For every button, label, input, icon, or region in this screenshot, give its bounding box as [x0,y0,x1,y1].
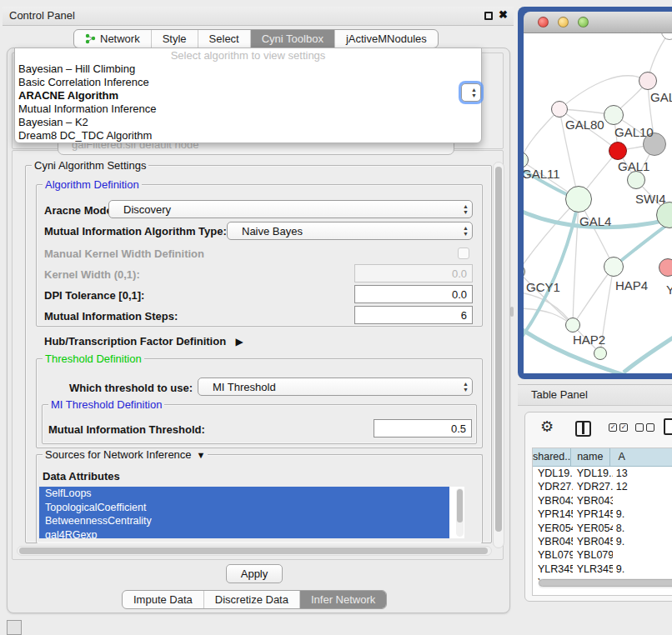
tab-impute-data[interactable]: Impute Data [123,591,203,608]
dropdown-item[interactable]: Bayesian – K2 [15,116,481,129]
which-threshold-combo[interactable]: MI Threshold ▲▼ [198,378,473,396]
dpi-tolerance-field[interactable]: 0.0 [354,285,473,303]
scrollbar-thumb[interactable] [539,579,672,587]
table-cell [613,548,672,562]
attribute-list-item[interactable]: SelfLoops [39,487,449,501]
table-cell: 13 [613,467,672,480]
node-y-cut[interactable] [659,258,672,277]
combo-stepper-icon: ▲▼ [463,381,469,392]
node-gal4[interactable] [565,186,592,212]
node-red-selected[interactable] [609,142,627,160]
network-window-titlebar[interactable] [524,12,672,33]
close-traffic-light-icon[interactable] [538,17,549,28]
columns-icon[interactable] [575,421,591,437]
bottom-tabbar: Impute Data Discretize Data Infer Networ… [122,590,387,609]
attr-list-scrollbar[interactable] [456,488,464,537]
close-icon[interactable]: ✖ [499,8,508,21]
table-cell: YPR145W [533,508,573,521]
node-gal1[interactable] [627,171,645,189]
apply-button[interactable]: Apply [226,564,283,583]
column-header[interactable]: A [610,448,672,467]
dropdown-item[interactable]: ARACNE Algorithm [15,89,481,102]
column-header[interactable]: shared... [533,448,571,467]
data-attributes-label: Data Attributes [43,470,120,482]
node-gal-cut[interactable] [639,72,657,90]
tab-network[interactable]: Network [74,30,151,48]
expanded-arrow-icon[interactable]: ▼ [197,450,206,460]
node-hap2[interactable] [565,318,580,332]
scrollbar-thumb[interactable] [457,489,463,522]
network-canvas[interactable]: GAL GAL80 GAL10 GAL11 GAL1 SWI4 GAL4 GCY… [524,33,672,373]
checked-box-icon: ✓ [609,423,617,432]
aracne-mode-label: Aracne Mode: [44,204,116,217]
float-window-icon[interactable] [484,12,493,20]
scrollbar-thumb[interactable] [19,548,488,554]
attribute-list-item[interactable]: TopologicalCoefficient [39,501,449,515]
dropdown-item[interactable]: Mutual Information Inference [15,102,481,116]
dock-panel-icon[interactable] [7,620,22,635]
node-label: GAL11 [524,167,560,181]
algorithm-combo-stepper[interactable]: ▲▼ [461,83,481,102]
table-row[interactable]: YLR345WYLR345W9. [533,562,672,576]
table-horizontal-scrollbar[interactable] [538,578,672,588]
table-row[interactable]: YBR043CYBR043C [533,494,672,508]
table-cell: YDL19... [573,467,613,480]
panel-splitter-handle[interactable] [510,307,514,317]
mi-steps-field[interactable]: 6 [354,306,473,324]
unchecked-box-icon [646,423,654,432]
deselect-all-checkboxes-icon[interactable] [635,423,654,432]
dpi-tolerance-label: DPI Tolerance [0,1]: [44,289,144,302]
select-all-checkboxes-icon[interactable]: ✓ ✓ [609,423,628,432]
algorithm-dropdown-list: Bayesian – Hill ClimbingBasic Correlatio… [15,62,481,142]
network-view-window[interactable]: GAL GAL80 GAL10 GAL11 GAL1 SWI4 GAL4 GCY… [518,7,672,379]
gear-icon[interactable]: ⚙ [540,418,554,436]
network-icon [85,33,96,44]
manual-kernel-label: Manual Kernel Width Definition [44,248,204,260]
document-icon[interactable] [664,418,672,435]
zoom-traffic-light-icon[interactable] [578,17,589,28]
mi-type-value: Naive Bayes [242,225,303,238]
table-row[interactable]: YER054CYER054C8. [533,522,672,535]
table-row[interactable]: YDL19...YDL19...13 [533,467,672,480]
node-label: Y [666,282,672,297]
hub-definition-toggle[interactable]: Hub/Transcription Factor Definition ▶ [44,333,243,348]
table-cell: YLR345W [573,562,613,576]
table-row[interactable]: YPR145WYPR145W9. [533,508,672,521]
mi-threshold-field[interactable]: 0.5 [374,419,472,438]
manual-kernel-checkbox[interactable] [458,248,469,259]
node-hap4[interactable] [604,257,624,277]
node-unlabeled[interactable] [594,347,607,360]
node-gal80[interactable] [551,101,568,118]
aracne-mode-combo[interactable]: Discovery ▲▼ [108,200,473,218]
table-row[interactable]: YBL079WYBL079W [533,548,672,562]
dropdown-item[interactable]: Basic Correlation Inference [15,76,481,89]
tab-jactivemnodules[interactable]: jActiveMNodules [334,30,438,48]
attribute-list-item[interactable]: gal4RGexp [39,528,449,539]
tab-style[interactable]: Style [151,30,198,48]
tab-select[interactable]: Select [198,30,250,48]
dropdown-item[interactable]: Dream8 DC_TDC Algorithm [15,129,481,142]
node-label: HAP4 [615,278,648,292]
screen: Control Panel ✖ Network Style Select Cyn… [0,0,672,635]
minimize-traffic-light-icon[interactable] [558,17,569,28]
tab-discretize-data[interactable]: Discretize Data [203,591,299,608]
mi-type-combo[interactable]: Naive Bayes ▲▼ [227,222,473,240]
scrollbar-thumb[interactable] [495,167,502,532]
settings-vertical-scrollbar[interactable] [493,162,504,548]
node-gal10[interactable] [604,105,624,125]
node-label: GAL [650,90,672,104]
which-threshold-value: MI Threshold [213,381,276,393]
attribute-list-item[interactable]: BetweennessCentrality [39,514,449,528]
column-header[interactable]: name [571,448,610,467]
sources-title: Sources for Network Inference ▼ [43,448,208,461]
combo-stepper-icon: ▲▼ [463,225,469,237]
tab-cyni-toolbox[interactable]: Cyni Toolbox [250,30,334,48]
settings-horizontal-scrollbar[interactable] [17,546,492,556]
unchecked-box-icon [635,423,644,432]
kernel-width-field[interactable]: 0.0 [354,264,473,282]
tab-infer-network[interactable]: Infer Network [299,591,386,608]
table-row[interactable]: YBR045CYBR045C9. [533,535,672,548]
dropdown-item[interactable]: Bayesian – Hill Climbing [15,62,481,76]
table-cell: YDL19... [533,467,573,480]
table-row[interactable]: YDR27...YDR27...12 [533,480,672,493]
